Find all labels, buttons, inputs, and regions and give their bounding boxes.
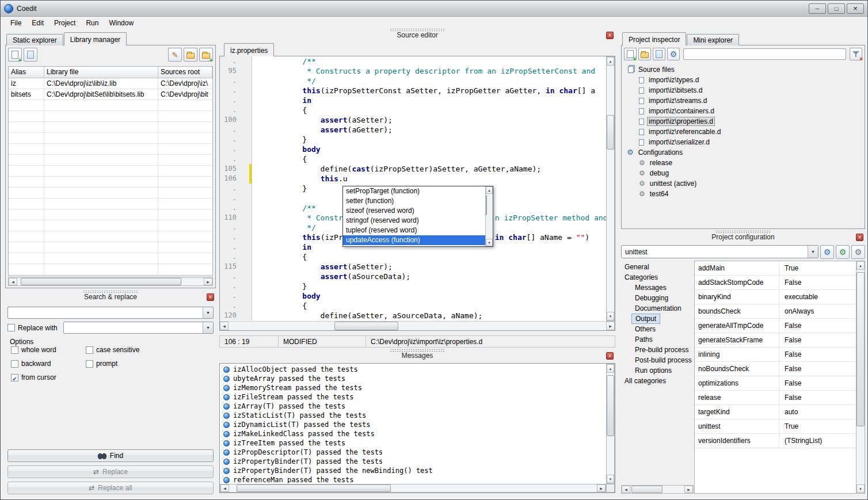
tree-node-file[interactable]: import\iz\containers.d [623,106,863,116]
tree-node-file[interactable]: import\iz\types.d [623,75,863,85]
editor-vscrollbar[interactable] [606,56,615,321]
messages-hscrollbar[interactable] [220,484,606,493]
category-item-paths[interactable]: Paths [631,334,656,345]
tree-node-configurations[interactable]: Configurations [623,147,863,158]
scroll-left-arrow-icon[interactable] [622,486,630,493]
message-item[interactable]: izPropDescriptor(T) passed the tests [220,448,606,457]
scroll-right-arrow-icon[interactable] [204,278,212,285]
replace-button[interactable]: Replace [7,465,214,478]
configuration-selector[interactable]: unittest [621,245,818,258]
tree-node-file[interactable]: import\iz\bitsets.d [623,85,863,96]
property-value[interactable]: False [779,333,856,347]
scroll-down-arrow-icon[interactable] [486,239,493,246]
code-text[interactable]: */ [252,223,316,232]
code-text[interactable]: */ [252,76,316,86]
menu-item-window[interactable]: Window [104,17,139,29]
property-value[interactable]: False [779,319,856,333]
sync-configurations-button[interactable] [851,245,865,259]
minimize-button[interactable] [809,3,826,14]
library-hscrollbar[interactable] [8,277,213,286]
property-value[interactable]: True [779,261,856,275]
code-text[interactable]: } [252,135,307,144]
menu-item-run[interactable]: Run [81,17,104,29]
tab-iz-properties[interactable]: iz.properties [224,43,274,56]
tree-node-file[interactable]: import\iz\properties.d [623,116,863,127]
code-text[interactable]: /** [252,203,316,213]
code-text[interactable]: assert(aSourceData); [252,272,410,281]
checkbox-backward[interactable]: backward [11,360,86,368]
property-value[interactable]: False [779,348,856,361]
code-text[interactable]: } [252,281,307,291]
scroll-right-arrow-icon[interactable] [684,486,693,493]
property-value[interactable]: (TStringList) [779,434,856,448]
code-text[interactable]: in [252,96,311,105]
completion-item[interactable]: stringof (reserved word) [343,216,485,226]
code-text[interactable]: in [252,242,311,252]
code-text[interactable]: body [252,291,321,301]
message-item[interactable]: izMemoryStream passed the tests [220,383,606,392]
code-text[interactable]: this(izPropSetterConst aSetter, izPropGe… [252,86,595,96]
library-row[interactable]: bitsetsC:\Dev\dproj\bitSet\lib\bitsets.l… [9,89,212,100]
search-input[interactable] [7,307,214,319]
category-item-all-categories[interactable]: All categories [621,376,669,386]
category-item-messages[interactable]: Messages [631,283,670,293]
property-value[interactable]: True [779,419,856,433]
code-text[interactable]: { [252,154,307,164]
code-text[interactable] [252,193,284,203]
scroll-left-arrow-icon[interactable] [9,278,17,285]
code-text[interactable]: this.u [252,174,348,184]
code-text[interactable]: { [252,105,307,115]
column-header-alias[interactable]: Alias [9,67,44,78]
scroll-up-arrow-icon[interactable] [607,57,614,66]
completion-item[interactable]: setPropTarget (function) [343,186,485,196]
code-text[interactable]: define(cast(izPropSetter)aSetter, aGette… [252,164,541,174]
library-row[interactable]: izC:\Dev\dproj\iz\lib\iz.libC:\Dev\dproj… [9,78,212,89]
category-item-documentation[interactable]: Documentation [631,303,685,314]
scroll-up-arrow-icon[interactable] [856,261,865,270]
category-item-categories[interactable]: Categories [621,272,661,283]
messages-list[interactable]: izAllocObject passed the testsubyteArray… [220,365,606,483]
scroll-right-arrow-icon[interactable] [606,322,615,330]
message-item[interactable]: referenceMan passed the tests [220,475,606,483]
close-messages-button[interactable] [606,352,614,360]
replace-all-button[interactable]: Replace all [7,482,214,494]
message-item[interactable]: ubyteArray passed the tests [220,374,606,383]
scroll-down-arrow-icon[interactable] [607,312,614,320]
tab-library-manager[interactable]: Library manager [64,32,127,45]
code-text[interactable]: define(aSetter, aSourceData, aName); [252,311,482,320]
code-text[interactable]: /** [252,56,316,66]
property-value[interactable]: auto [779,405,856,419]
category-item-output[interactable]: Output [631,314,660,324]
property-value[interactable]: executable [779,290,856,304]
completion-item[interactable]: sizeof (reserved word) [343,206,485,216]
checkbox-prompt[interactable]: prompt [86,360,212,368]
save-libraries-button[interactable] [24,48,37,62]
message-item[interactable]: izFileStream passed the tests [220,392,606,402]
code-text[interactable]: } [252,184,307,193]
chevron-down-icon[interactable] [808,246,818,258]
new-source-button[interactable]: + [624,48,637,60]
add-sources-folder-button[interactable]: + [199,48,213,62]
column-header-sources-root[interactable]: Sources root [158,67,212,78]
completion-scrollbar[interactable] [485,186,493,246]
category-item-others[interactable]: Others [631,324,659,334]
message-item[interactable]: izPropertyBinder(T) passed the tests [220,457,606,466]
code-text[interactable]: assert(aSetter); [252,262,393,272]
menu-item-project[interactable]: Project [49,17,81,29]
scroll-up-arrow-icon[interactable] [486,186,493,194]
property-value[interactable]: False [779,276,856,289]
clear-filter-button[interactable]: × [850,48,862,60]
open-source-button[interactable] [638,48,651,60]
scroll-down-arrow-icon[interactable] [607,475,614,483]
category-item-debugging[interactable]: Debugging [631,293,672,303]
tree-node-configuration[interactable]: debug [623,168,863,178]
message-item[interactable]: izTreeItem passed the tests [220,438,606,448]
message-item[interactable]: izPropertyBinder(T) passed the newBindin… [220,466,606,475]
message-item[interactable]: izStaticList(T) passed the tests [220,411,606,420]
code-text[interactable]: assert(aGetter); [252,125,393,135]
messages-vscrollbar[interactable] [606,364,615,484]
open-library-folder-button[interactable] [184,48,197,62]
tree-node-configuration[interactable]: test64 [623,189,863,199]
close-source-editor-button[interactable] [606,32,614,39]
add-source-to-project-button[interactable] [653,48,665,60]
